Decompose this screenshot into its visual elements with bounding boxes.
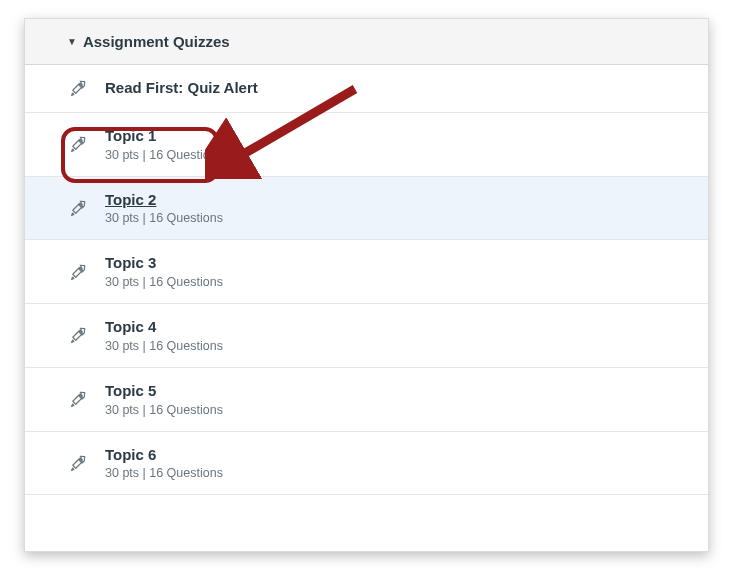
quiz-row[interactable]: Topic 530 pts | 16 Questions bbox=[25, 368, 708, 432]
quiz-row[interactable]: Topic 630 pts | 16 Questions bbox=[25, 432, 708, 496]
quiz-title: Topic 1 bbox=[105, 127, 223, 146]
quiz-title: Topic 2 bbox=[105, 191, 223, 210]
quiz-meta: 30 pts | 16 Questions bbox=[105, 466, 223, 480]
rocket-icon bbox=[67, 135, 89, 153]
quiz-row[interactable]: Topic 230 pts | 16 Questions bbox=[25, 177, 708, 241]
section-title: Assignment Quizzes bbox=[83, 33, 230, 50]
quiz-meta: 30 pts | 16 Questions bbox=[105, 339, 223, 353]
rocket-icon bbox=[67, 454, 89, 472]
quiz-meta: 30 pts | 16 Questions bbox=[105, 148, 223, 162]
quiz-meta: 30 pts | 16 Questions bbox=[105, 403, 223, 417]
quiz-title: Read First: Quiz Alert bbox=[105, 79, 258, 98]
quiz-row[interactable]: Topic 130 pts | 16 Questions bbox=[25, 113, 708, 177]
quiz-meta: 30 pts | 16 Questions bbox=[105, 275, 223, 289]
rocket-icon bbox=[67, 390, 89, 408]
quiz-title: Topic 3 bbox=[105, 254, 223, 273]
quiz-row-text: Topic 330 pts | 16 Questions bbox=[89, 254, 223, 289]
quiz-row-text: Topic 630 pts | 16 Questions bbox=[89, 446, 223, 481]
quiz-row-text: Topic 130 pts | 16 Questions bbox=[89, 127, 223, 162]
quiz-title: Topic 4 bbox=[105, 318, 223, 337]
quiz-row[interactable]: Topic 430 pts | 16 Questions bbox=[25, 304, 708, 368]
rocket-icon bbox=[67, 199, 89, 217]
rocket-icon bbox=[67, 326, 89, 344]
quiz-title: Topic 6 bbox=[105, 446, 223, 465]
quiz-row[interactable]: Read First: Quiz Alert bbox=[25, 65, 708, 113]
quiz-row[interactable]: Topic 330 pts | 16 Questions bbox=[25, 240, 708, 304]
section-header[interactable]: ▼ Assignment Quizzes bbox=[25, 19, 708, 65]
quiz-row-text: Topic 530 pts | 16 Questions bbox=[89, 382, 223, 417]
quiz-title: Topic 5 bbox=[105, 382, 223, 401]
rocket-icon bbox=[67, 79, 89, 97]
quiz-meta: 30 pts | 16 Questions bbox=[105, 211, 223, 225]
rocket-icon bbox=[67, 263, 89, 281]
quiz-row-text: Topic 230 pts | 16 Questions bbox=[89, 191, 223, 226]
stage: ▼ Assignment Quizzes Read First: Quiz Al… bbox=[0, 0, 733, 571]
quiz-list: Read First: Quiz AlertTopic 130 pts | 16… bbox=[25, 65, 708, 495]
quiz-row-text: Topic 430 pts | 16 Questions bbox=[89, 318, 223, 353]
quiz-panel: ▼ Assignment Quizzes Read First: Quiz Al… bbox=[24, 18, 709, 552]
quiz-row-text: Read First: Quiz Alert bbox=[89, 79, 258, 98]
collapse-caret-icon: ▼ bbox=[67, 37, 77, 47]
